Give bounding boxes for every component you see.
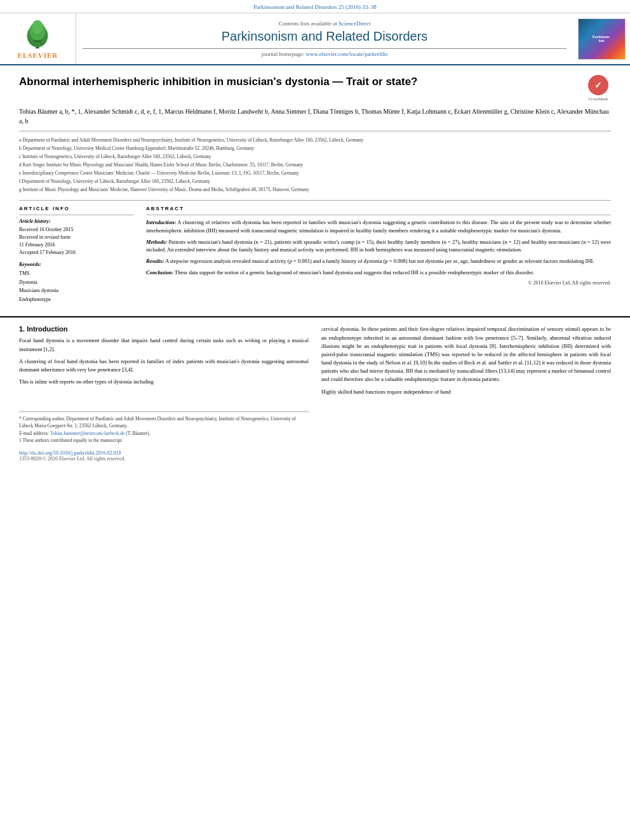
divider-line-2 — [19, 200, 611, 201]
authors: Tobias Bäumer a, b, *, 1, Alexander Schm… — [19, 107, 611, 126]
email-note: E-mail address: Tobias.baeumer@neuro.uni… — [19, 430, 309, 437]
copyright-text: © 2016 Elsevier Ltd. All rights reserved… — [146, 280, 611, 286]
body-para3: This is inline with reports on other typ… — [19, 378, 309, 386]
elsevier-logo-area: ELSEVIER — [0, 13, 76, 64]
affiliation-c: c Institute of Neurogenetics, University… — [19, 153, 611, 161]
journal-header-center: Contents lists available at ScienceDirec… — [76, 13, 573, 64]
footnote-section: * Corresponding author. Department of Pa… — [19, 411, 309, 444]
right-para1: cervical dystonia. In these patients and… — [321, 325, 611, 383]
affiliations: a Department of Paediatric and Adult Mov… — [19, 137, 611, 194]
received-text: Received 16 October 2015 Received in rev… — [19, 226, 133, 257]
journal-citation-text: Parkinsonism and Related Disorders 25 (2… — [253, 4, 376, 10]
article-content: Abnormal interhemispheric inhibition in … — [0, 65, 630, 316]
body-left-col: 1. Introduction Focal hand dystonia is a… — [19, 325, 309, 462]
affiliation-d: d Kurt Singer Institute for Music Physio… — [19, 161, 611, 169]
section1-title: 1. Introduction — [19, 325, 309, 333]
crossmark-icon: ✓ — [588, 75, 608, 95]
journal-header: ELSEVIER Contents lists available at Sci… — [0, 13, 630, 65]
article-info-heading: ARTICLE INFO — [19, 206, 133, 211]
affiliation-b: b Department of Neurology, University Me… — [19, 145, 611, 152]
footnote1-text: 1 These authors contributed equally to t… — [19, 437, 309, 444]
article-info-box: Article history: Received 16 October 201… — [19, 215, 133, 303]
top-citation: Parkinsonism and Related Disorders 25 (2… — [0, 0, 630, 13]
right-para2: Highly skilled hand functions require in… — [321, 388, 611, 396]
journal-cover-image: Parkinson-ism — [578, 18, 626, 60]
journal-homepage-link[interactable]: www.elsevier.com/locate/parkreldis — [305, 51, 387, 57]
abstract-heading: ABSTRACT — [146, 206, 611, 211]
body-para2: A clustering of focal hand dystonia has … — [19, 357, 309, 374]
elsevier-text: ELSEVIER — [18, 51, 58, 59]
body-right-col: cervical dystonia. In these patients and… — [321, 325, 611, 462]
crossmark-area: ✓ CrossMark — [586, 75, 611, 102]
article-title-section: Abnormal interhemispheric inhibition in … — [19, 75, 611, 102]
article-title: Abnormal interhemispheric inhibition in … — [19, 75, 579, 89]
divider-line — [19, 131, 611, 131]
info-abstract-section: ARTICLE INFO Article history: Received 1… — [19, 206, 611, 303]
keywords-label: Keywords: — [19, 262, 133, 267]
doi-section: http://dx.doi.org/10.1016/j.parkreldis.2… — [19, 450, 309, 462]
body-two-col: 1. Introduction Focal hand dystonia is a… — [19, 325, 611, 462]
journal-cover: Parkinson-ism — [573, 13, 630, 64]
body-para1: Focal hand dystonia is a movement disord… — [19, 337, 309, 353]
article-body: 1. Introduction Focal hand dystonia is a… — [0, 316, 630, 468]
issn-text: 1353-8020/© 2016 Elsevier Ltd. All right… — [19, 456, 309, 462]
affiliation-e: e Interdisciplinary Competence Center Mu… — [19, 170, 611, 177]
abstract-box: Introduction: A clustering of relatives … — [146, 215, 611, 286]
affiliation-f: f Department of Neurology, University of… — [19, 178, 611, 185]
page: Parkinsonism and Related Disorders 25 (2… — [0, 0, 630, 840]
svg-point-3 — [32, 20, 43, 34]
journal-homepage: journal homepage: www.elsevier.com/locat… — [262, 51, 387, 57]
journal-cover-text: Parkinson-ism — [593, 35, 610, 43]
contents-available: Contents lists available at ScienceDirec… — [279, 20, 371, 27]
abstract-methods: Methods: Patients with musician's hand d… — [146, 238, 611, 255]
abstract-conclusion: Conclusion: These data support the notio… — [146, 269, 611, 277]
crossmark-label: CrossMark — [588, 97, 608, 102]
abstract-results: Results: A stepwise regression analysis … — [146, 257, 611, 265]
elsevier-tree-icon — [18, 18, 57, 50]
abstract-column: ABSTRACT Introduction: A clustering of r… — [146, 206, 611, 303]
journal-title: Parkinsonism and Related Disorders — [222, 29, 428, 44]
history-label: Article history: — [19, 218, 133, 224]
keywords-text: TMS Dystonia Musicians dystonia Endophen… — [19, 269, 133, 303]
elsevier-logo: ELSEVIER — [18, 18, 58, 59]
email-link[interactable]: Tobias.baeumer@neuro.uni-luebeck.de — [50, 430, 125, 436]
article-info-column: ARTICLE INFO Article history: Received 1… — [19, 206, 133, 303]
abstract-introduction: Introduction: A clustering of relatives … — [146, 218, 611, 235]
divider — [83, 48, 566, 49]
doi-url[interactable]: http://dx.doi.org/10.1016/j.parkreldis.2… — [19, 450, 309, 456]
sciencedirect-link[interactable]: ScienceDirect — [338, 20, 370, 27]
svg-rect-4 — [34, 41, 41, 43]
affiliation-g: g Institute of Music Physiology and Musi… — [19, 186, 611, 194]
affiliation-a: a Department of Paediatric and Adult Mov… — [19, 137, 611, 144]
authors-text: Tobias Bäumer a, b, *, 1, Alexander Schm… — [19, 108, 608, 124]
corresponding-author-note: * Corresponding author. Department of Pa… — [19, 415, 309, 430]
